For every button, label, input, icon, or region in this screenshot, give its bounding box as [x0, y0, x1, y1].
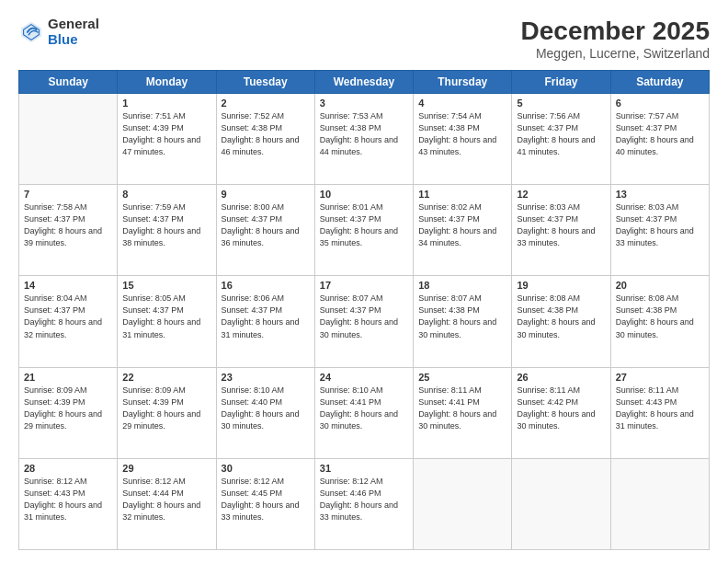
title-block: December 2025 Meggen, Lucerne, Switzerla… [521, 17, 710, 61]
day-number: 27 [616, 372, 704, 383]
calendar-body: 1Sunrise: 7:51 AMSunset: 4:39 PMDaylight… [19, 94, 710, 550]
day-info: Sunrise: 8:00 AMSunset: 4:37 PMDaylight:… [222, 201, 310, 249]
day-info: Sunrise: 8:11 AMSunset: 4:42 PMDaylight:… [517, 385, 605, 432]
day-info: Sunrise: 8:12 AMSunset: 4:43 PMDaylight:… [24, 476, 112, 523]
calendar-cell: 9Sunrise: 8:00 AMSunset: 4:37 PMDaylight… [216, 185, 314, 276]
day-info: Sunrise: 7:57 AMSunset: 4:37 PMDaylight:… [616, 110, 704, 158]
calendar-cell: 29Sunrise: 8:12 AMSunset: 4:44 PMDayligh… [118, 458, 216, 549]
day-number: 2 [222, 98, 310, 109]
calendar-cell: 28Sunrise: 8:12 AMSunset: 4:43 PMDayligh… [19, 458, 118, 549]
calendar-cell: 17Sunrise: 8:07 AMSunset: 4:37 PMDayligh… [314, 276, 413, 367]
logo-icon [18, 19, 44, 45]
weekday-header: Wednesday [314, 71, 413, 94]
day-number: 3 [320, 98, 408, 109]
day-info: Sunrise: 8:12 AMSunset: 4:45 PMDaylight:… [222, 476, 310, 523]
day-info: Sunrise: 8:05 AMSunset: 4:37 PMDaylight:… [122, 293, 210, 340]
day-number: 29 [122, 463, 210, 474]
day-info: Sunrise: 8:03 AMSunset: 4:37 PMDaylight:… [517, 201, 605, 249]
day-number: 12 [517, 189, 605, 200]
day-number: 15 [122, 280, 210, 291]
calendar-cell [414, 458, 512, 549]
calendar-week-row: 28Sunrise: 8:12 AMSunset: 4:43 PMDayligh… [19, 458, 710, 549]
calendar-cell: 12Sunrise: 8:03 AMSunset: 4:37 PMDayligh… [512, 185, 610, 276]
weekday-header: Tuesday [216, 71, 314, 94]
day-info: Sunrise: 8:07 AMSunset: 4:38 PMDaylight:… [418, 293, 506, 340]
calendar-cell: 27Sunrise: 8:11 AMSunset: 4:43 PMDayligh… [610, 367, 709, 458]
day-info: Sunrise: 8:10 AMSunset: 4:40 PMDaylight:… [222, 385, 310, 432]
calendar-cell: 7Sunrise: 7:58 AMSunset: 4:37 PMDaylight… [19, 185, 118, 276]
day-info: Sunrise: 8:12 AMSunset: 4:44 PMDaylight:… [122, 476, 210, 523]
calendar-cell: 16Sunrise: 8:06 AMSunset: 4:37 PMDayligh… [216, 276, 314, 367]
day-info: Sunrise: 7:54 AMSunset: 4:38 PMDaylight:… [418, 110, 506, 158]
header: General Blue December 2025 Meggen, Lucer… [18, 17, 710, 61]
weekday-header: Thursday [414, 71, 512, 94]
calendar-cell: 6Sunrise: 7:57 AMSunset: 4:37 PMDaylight… [610, 94, 709, 185]
day-number: 24 [320, 372, 408, 383]
calendar-cell [512, 458, 610, 549]
day-number: 18 [418, 280, 506, 291]
day-number: 19 [517, 280, 605, 291]
logo-blue: Blue [48, 32, 99, 48]
day-number: 9 [222, 189, 310, 200]
day-number: 23 [222, 372, 310, 383]
day-info: Sunrise: 8:09 AMSunset: 4:39 PMDaylight:… [122, 385, 210, 432]
subtitle: Meggen, Lucerne, Switzerland [521, 46, 710, 61]
calendar-cell: 30Sunrise: 8:12 AMSunset: 4:45 PMDayligh… [216, 458, 314, 549]
day-info: Sunrise: 7:53 AMSunset: 4:38 PMDaylight:… [320, 110, 408, 158]
day-number: 11 [418, 189, 506, 200]
day-info: Sunrise: 7:52 AMSunset: 4:38 PMDaylight:… [222, 110, 310, 158]
calendar-cell: 31Sunrise: 8:12 AMSunset: 4:46 PMDayligh… [314, 458, 413, 549]
day-number: 14 [24, 280, 112, 291]
calendar-cell: 3Sunrise: 7:53 AMSunset: 4:38 PMDaylight… [314, 94, 413, 185]
calendar-cell: 1Sunrise: 7:51 AMSunset: 4:39 PMDaylight… [118, 94, 216, 185]
page: General Blue December 2025 Meggen, Lucer… [0, 0, 728, 563]
calendar-cell: 10Sunrise: 8:01 AMSunset: 4:37 PMDayligh… [314, 185, 413, 276]
calendar-cell: 21Sunrise: 8:09 AMSunset: 4:39 PMDayligh… [19, 367, 118, 458]
day-number: 25 [418, 372, 506, 383]
calendar-week-row: 7Sunrise: 7:58 AMSunset: 4:37 PMDaylight… [19, 185, 710, 276]
weekday-row: SundayMondayTuesdayWednesdayThursdayFrid… [19, 71, 710, 94]
day-info: Sunrise: 8:08 AMSunset: 4:38 PMDaylight:… [517, 293, 605, 340]
calendar-cell: 18Sunrise: 8:07 AMSunset: 4:38 PMDayligh… [414, 276, 512, 367]
day-number: 22 [122, 372, 210, 383]
day-info: Sunrise: 7:56 AMSunset: 4:37 PMDaylight:… [517, 110, 605, 158]
main-title: December 2025 [521, 17, 710, 46]
day-number: 4 [418, 98, 506, 109]
weekday-header: Monday [118, 71, 216, 94]
weekday-header: Saturday [610, 71, 709, 94]
day-number: 7 [24, 189, 112, 200]
day-info: Sunrise: 8:01 AMSunset: 4:37 PMDaylight:… [320, 201, 408, 249]
calendar-week-row: 14Sunrise: 8:04 AMSunset: 4:37 PMDayligh… [19, 276, 710, 367]
calendar-cell: 26Sunrise: 8:11 AMSunset: 4:42 PMDayligh… [512, 367, 610, 458]
weekday-header: Friday [512, 71, 610, 94]
weekday-header: Sunday [19, 71, 118, 94]
day-info: Sunrise: 8:11 AMSunset: 4:41 PMDaylight:… [418, 385, 506, 432]
calendar-cell: 8Sunrise: 7:59 AMSunset: 4:37 PMDaylight… [118, 185, 216, 276]
day-info: Sunrise: 8:08 AMSunset: 4:38 PMDaylight:… [616, 293, 704, 340]
calendar-cell: 14Sunrise: 8:04 AMSunset: 4:37 PMDayligh… [19, 276, 118, 367]
calendar-cell: 4Sunrise: 7:54 AMSunset: 4:38 PMDaylight… [414, 94, 512, 185]
day-number: 30 [222, 463, 310, 474]
calendar-cell: 15Sunrise: 8:05 AMSunset: 4:37 PMDayligh… [118, 276, 216, 367]
calendar-cell: 19Sunrise: 8:08 AMSunset: 4:38 PMDayligh… [512, 276, 610, 367]
day-info: Sunrise: 8:06 AMSunset: 4:37 PMDaylight:… [222, 293, 310, 340]
day-info: Sunrise: 8:10 AMSunset: 4:41 PMDaylight:… [320, 385, 408, 432]
day-number: 21 [24, 372, 112, 383]
day-info: Sunrise: 8:02 AMSunset: 4:37 PMDaylight:… [418, 201, 506, 249]
calendar-cell: 11Sunrise: 8:02 AMSunset: 4:37 PMDayligh… [414, 185, 512, 276]
day-info: Sunrise: 8:07 AMSunset: 4:37 PMDaylight:… [320, 293, 408, 340]
day-info: Sunrise: 7:58 AMSunset: 4:37 PMDaylight:… [24, 201, 112, 249]
day-number: 1 [122, 98, 210, 109]
day-info: Sunrise: 8:11 AMSunset: 4:43 PMDaylight:… [616, 385, 704, 432]
calendar-cell: 25Sunrise: 8:11 AMSunset: 4:41 PMDayligh… [414, 367, 512, 458]
day-number: 8 [122, 189, 210, 200]
day-number: 28 [24, 463, 112, 474]
day-info: Sunrise: 8:03 AMSunset: 4:37 PMDaylight:… [616, 201, 704, 249]
day-number: 13 [616, 189, 704, 200]
logo-general: General [48, 17, 99, 32]
calendar-cell: 20Sunrise: 8:08 AMSunset: 4:38 PMDayligh… [610, 276, 709, 367]
calendar-cell: 13Sunrise: 8:03 AMSunset: 4:37 PMDayligh… [610, 185, 709, 276]
day-info: Sunrise: 7:51 AMSunset: 4:39 PMDaylight:… [122, 110, 210, 158]
calendar-header: SundayMondayTuesdayWednesdayThursdayFrid… [19, 71, 710, 94]
day-info: Sunrise: 8:12 AMSunset: 4:46 PMDaylight:… [320, 476, 408, 523]
